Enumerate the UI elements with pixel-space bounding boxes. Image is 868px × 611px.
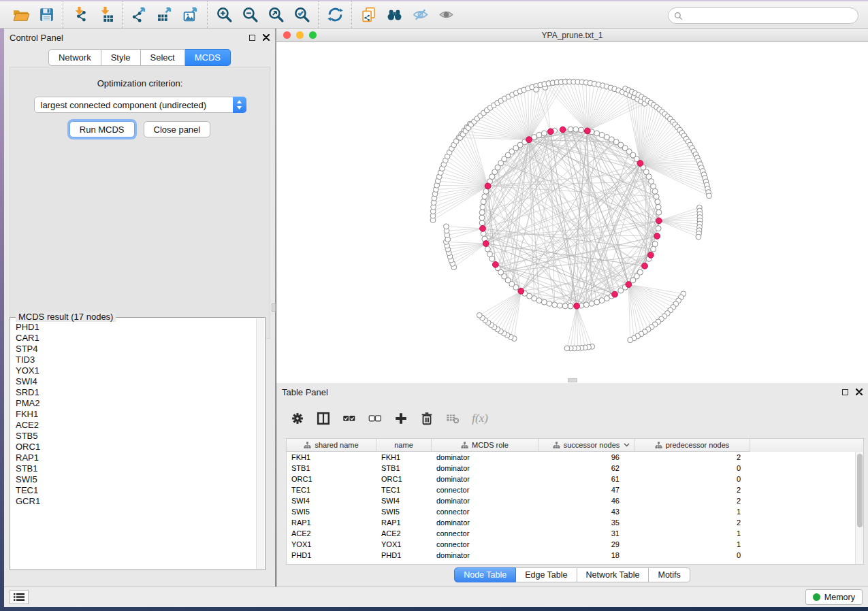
show-panels-button[interactable] [10,590,29,604]
cell: 29 [539,539,634,550]
column-selector-icon[interactable] [312,407,335,430]
network-canvas[interactable] [276,42,868,382]
cell: 31 [539,528,634,539]
table-row[interactable]: STB1STB1dominator620 [287,463,863,474]
result-scrollbar[interactable] [256,318,264,569]
cell: ACE2 [287,528,376,539]
float-panel-icon[interactable] [249,35,255,41]
float-table-panel-icon[interactable] [842,389,848,395]
result-node[interactable]: SWI4 [16,376,256,387]
table-row[interactable]: SWI5SWI5connector431 [287,506,863,517]
column-header-name[interactable]: name [376,439,432,452]
cell: TEC1 [376,484,432,495]
result-node[interactable]: STP4 [16,344,256,354]
result-node[interactable]: ORC1 [16,442,256,452]
table-row[interactable]: PHD1PHD1dominator180 [287,550,863,561]
table-splitter-handle[interactable] [568,378,577,382]
delete-table-icon [441,407,464,430]
cell: 2 [634,452,750,463]
search-box[interactable] [668,7,858,24]
tab-edge-table[interactable]: Edge Table [516,567,577,582]
zoom-out-icon[interactable] [237,4,263,26]
column-header-predecessor-nodes[interactable]: predecessor nodes [634,439,750,452]
export-image-icon[interactable] [178,4,204,26]
result-node[interactable]: PMA2 [16,398,256,409]
result-node[interactable]: SRD1 [16,387,256,398]
result-node[interactable]: TEC1 [16,485,256,496]
result-node[interactable]: STB5 [16,431,256,442]
zoom-selected-icon[interactable] [289,4,315,26]
table-row[interactable]: ORC1ORC1dominator610 [287,474,863,484]
tab-network-table[interactable]: Network Table [577,567,649,582]
cell: YOX1 [376,539,432,550]
cell: dominator [432,474,539,484]
table-tabs: Node TableEdge TableNetwork TableMotifs [276,567,868,582]
result-node[interactable]: YOX1 [16,365,256,376]
cell: 2 [634,484,750,495]
network-window-titlebar[interactable]: YPA_prune.txt_1 [276,29,868,42]
result-node[interactable]: CAR1 [16,333,256,344]
table-scrollbar[interactable] [855,452,863,564]
result-node[interactable]: FKH1 [16,409,256,420]
column-header-shared-name[interactable]: shared name [287,439,376,452]
panel-splitter-handle[interactable] [272,303,276,312]
result-node[interactable]: RAP1 [16,452,256,463]
zoom-fit-icon[interactable] [263,4,289,26]
tab-node-table[interactable]: Node Table [454,567,516,582]
deselect-all-rows-icon[interactable] [364,407,387,430]
tab-style[interactable]: Style [101,49,141,66]
cell: 47 [539,484,634,495]
first-neighbors-icon[interactable] [381,4,407,26]
table-settings-icon[interactable] [286,407,309,430]
cell: 96 [539,452,634,463]
zoom-in-icon[interactable] [211,4,237,26]
save-session-icon[interactable] [33,4,59,26]
export-network-icon[interactable] [126,4,152,26]
table-row[interactable]: FKH1FKH1dominator962 [287,452,863,463]
close-table-panel-icon[interactable] [856,386,863,398]
column-header-MCDS-role[interactable]: MCDS role [432,439,539,452]
apply-layout-icon[interactable] [322,4,348,26]
show-all-icon[interactable] [433,4,459,26]
criterion-select[interactable]: largest connected component (undirected) [34,97,246,113]
cell: RAP1 [287,517,376,528]
mcds-result-box: MCDS result (17 nodes) PHD1CAR1STP4TID3Y… [10,317,266,570]
table-panel: Table Panel f(x) shared namenameMCDS rol… [276,383,868,587]
open-file-icon[interactable] [7,4,33,26]
memory-button[interactable]: Memory [805,589,863,605]
duplicate-network-icon[interactable] [355,4,381,26]
table-scrollbar-thumb[interactable] [857,454,863,527]
run-mcds-button[interactable]: Run MCDS [69,121,135,137]
cell: connector [432,484,539,495]
table-row[interactable]: RAP1RAP1dominator352 [287,517,863,528]
select-all-rows-icon[interactable] [338,407,361,430]
search-input[interactable] [683,11,858,20]
export-table-icon[interactable] [152,4,178,26]
table-row[interactable]: TEC1TEC1connector472 [287,484,863,495]
close-panel-button[interactable]: Close panel [144,121,211,137]
table-row[interactable]: ACE2ACE2connector311 [287,528,863,539]
result-node[interactable]: TID3 [16,354,256,365]
cell: PHD1 [287,550,376,561]
network-graph[interactable] [276,42,867,382]
result-node[interactable]: SWI5 [16,474,256,485]
result-node[interactable]: STB1 [16,463,256,474]
column-header-successor-nodes[interactable]: successor nodes [539,439,634,452]
result-node[interactable]: GCR1 [16,496,256,507]
table-row[interactable]: YOX1YOX1connector291 [287,539,863,550]
delete-column-icon[interactable] [415,407,438,430]
import-table-icon[interactable] [93,4,118,26]
cell: 1 [634,539,750,550]
add-column-icon[interactable] [389,407,413,430]
close-panel-icon[interactable] [263,31,270,44]
tab-network[interactable]: Network [48,49,101,66]
import-network-icon[interactable] [67,4,93,26]
mcds-result-list[interactable]: PHD1CAR1STP4TID3YOX1SWI4SRD1PMA2FKH1ACE2… [11,322,256,569]
table-row[interactable]: SWI4SWI4dominator462 [287,495,863,506]
result-node[interactable]: PHD1 [16,322,256,333]
tab-select[interactable]: Select [141,49,185,66]
tab-mcds[interactable]: MCDS [185,49,231,66]
result-node[interactable]: ACE2 [16,420,256,431]
hide-selection-icon[interactable] [407,4,433,26]
tab-motifs[interactable]: Motifs [649,567,690,582]
